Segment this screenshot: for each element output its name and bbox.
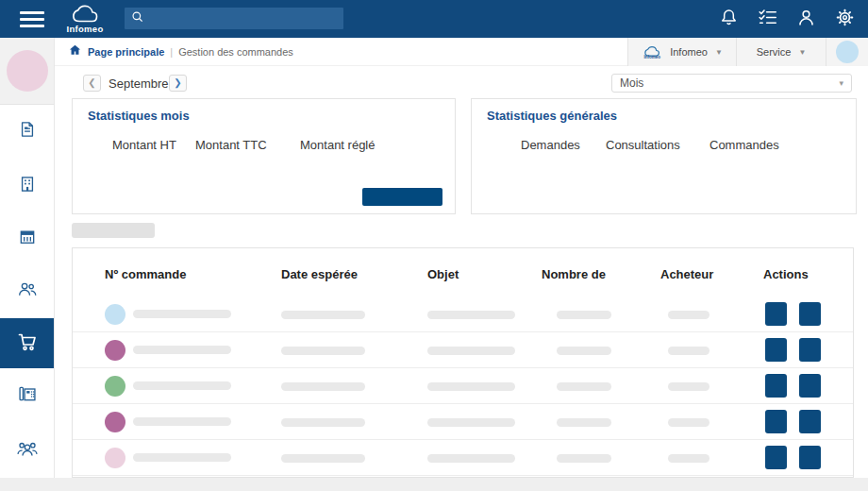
skeleton-bar [557, 382, 611, 391]
hamburger-menu-button[interactable] [20, 8, 44, 30]
breadcrumb-root[interactable]: Page principale [88, 46, 164, 58]
row-avatar [105, 304, 125, 325]
stat-label-demandes: Demandes [521, 138, 580, 152]
skeleton-bar [427, 418, 515, 427]
breadcrumb-current: Gestion des commandes [178, 46, 293, 58]
sidebar-item-contacts[interactable] [0, 264, 54, 318]
brand-logo[interactable]: Infomeo [58, 2, 111, 34]
skeleton-bar [133, 310, 231, 318]
general-stats-title: Statistiques générales [487, 109, 617, 123]
search-input[interactable] [144, 8, 343, 29]
tasks-button[interactable] [757, 8, 777, 29]
column-header-actions: Actions [763, 267, 836, 281]
stat-label-montant-regle: Montant réglé [300, 138, 376, 152]
row-avatar [105, 412, 125, 432]
skeleton-bar [133, 417, 231, 426]
app-window: Infomeo [0, 0, 868, 491]
period-label: Septembre [108, 76, 169, 91]
prev-month-button[interactable]: ❮ [83, 75, 101, 92]
month-stats-action-button[interactable] [362, 188, 442, 206]
skeleton-bar [427, 454, 515, 463]
org-selector-label: Infomeo [670, 46, 708, 58]
skeleton-bar [133, 346, 231, 354]
column-header-nombre: Nombre de [542, 267, 660, 281]
row-avatar [105, 448, 125, 468]
skeleton-bar [427, 382, 515, 391]
order-row [73, 296, 853, 332]
bell-icon [719, 8, 739, 31]
sidebar-avatar[interactable] [7, 50, 48, 92]
stat-label-montant-ttc: Montant TTC [195, 138, 267, 152]
caret-down-icon: ▼ [798, 48, 806, 57]
column-header-objet: Objet [427, 267, 542, 281]
order-action-button-secondary[interactable] [799, 374, 821, 398]
skeleton-bar [133, 381, 231, 390]
sidebar-item-register[interactable] [0, 213, 54, 264]
order-row [73, 404, 853, 440]
header-selectors: Infomeo Infomeo ▼ Service ▼ [627, 38, 868, 66]
skeleton-bar [427, 311, 515, 319]
period-filter-select[interactable]: Mois ▾ [611, 74, 852, 93]
order-action-button-primary[interactable] [765, 374, 787, 398]
skeleton-bar [281, 418, 365, 427]
order-action-button-secondary[interactable] [799, 410, 821, 433]
shopping-cart-icon [16, 330, 39, 357]
sidebar-item-teams[interactable] [0, 422, 54, 478]
skeleton-bar [281, 454, 365, 463]
header-bar: Page principale | Gestion des commandes … [55, 38, 868, 66]
month-stats-title: Statistiques mois [88, 109, 190, 123]
period-filter-value: Mois [620, 76, 643, 90]
service-selector[interactable]: Service ▼ [736, 38, 826, 66]
column-header-acheteur: Acheteur [660, 267, 763, 281]
org-logo-caption: Infomeo [643, 56, 660, 60]
order-action-button-primary[interactable] [765, 302, 787, 326]
next-month-button[interactable]: ❯ [169, 75, 187, 92]
order-row [73, 332, 853, 368]
sidebar-item-company[interactable] [0, 158, 54, 213]
user-avatar[interactable] [836, 41, 859, 63]
stat-label-montant-ht: Montant HT [112, 138, 176, 152]
home-icon[interactable] [68, 43, 82, 60]
cash-register-icon [18, 228, 37, 250]
header-avatar-section [826, 38, 868, 66]
breadcrumb-separator: | [170, 46, 173, 58]
skeleton-bar [281, 347, 365, 355]
chevron-down-icon: ▾ [839, 78, 843, 88]
column-header-commande: Nº commande [105, 267, 281, 281]
chevron-left-icon: ❮ [88, 78, 95, 88]
order-action-button-primary[interactable] [765, 338, 787, 362]
org-selector[interactable]: Infomeo Infomeo ▼ [627, 38, 736, 66]
skeleton-bar [557, 311, 611, 319]
order-action-button-secondary[interactable] [799, 446, 821, 469]
fax-machine-icon [17, 384, 38, 407]
navbar-actions [718, 0, 855, 38]
sidebar-item-orders-active[interactable] [0, 318, 54, 369]
sidebar [0, 38, 55, 478]
order-row [73, 440, 853, 476]
caret-down-icon: ▼ [715, 48, 723, 57]
order-action-button-primary[interactable] [765, 446, 787, 469]
order-action-button-secondary[interactable] [799, 302, 821, 326]
chevron-right-icon: ❯ [174, 78, 181, 88]
building-icon [18, 175, 37, 197]
main-content: ❮ Septembre ❯ Mois ▾ Statistiques mois M… [55, 66, 868, 478]
stat-label-consultations: Consultations [606, 138, 680, 152]
sidebar-item-documents[interactable] [0, 105, 54, 159]
row-avatar [105, 376, 125, 397]
notifications-button[interactable] [718, 8, 739, 29]
two-users-icon [17, 279, 38, 302]
order-action-button-primary[interactable] [765, 410, 787, 433]
account-button[interactable] [795, 8, 816, 29]
settings-button[interactable] [834, 8, 855, 29]
sidebar-item-fax[interactable] [0, 368, 54, 422]
navbar-search [125, 8, 343, 29]
order-action-button-secondary[interactable] [799, 338, 821, 362]
skeleton-bar [557, 418, 611, 427]
checklist-icon [757, 8, 778, 31]
breadcrumb: Page principale | Gestion des commandes [68, 38, 293, 66]
stat-label-commandes: Commandes [709, 138, 779, 152]
skeleton-bar [668, 454, 709, 463]
skeleton-bar [668, 347, 709, 355]
org-logo-cloud-icon: Infomeo [642, 44, 662, 60]
general-stats-card: Statistiques générales Demandes Consulta… [471, 98, 857, 214]
